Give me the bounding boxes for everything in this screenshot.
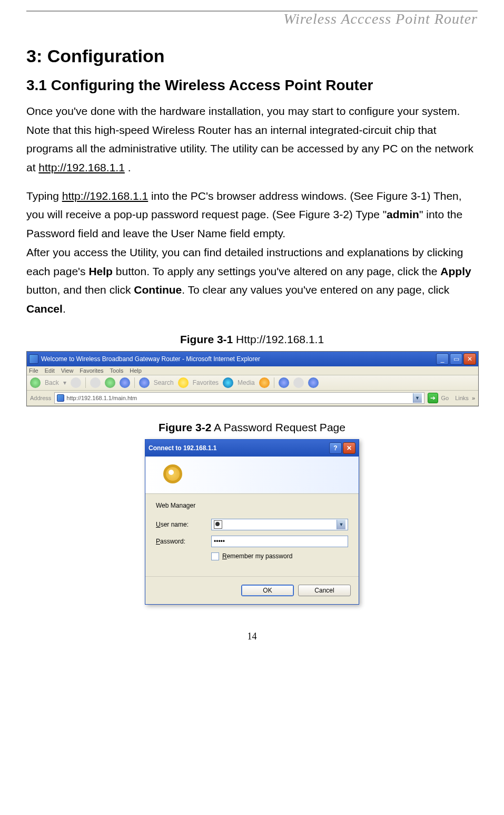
ie-addressbar: Address http://192.168.1.1/main.htm ▼ ➔ … [27,391,478,406]
running-header: Wireless Acccess Point Router [26,11,478,27]
menu-tools[interactable]: Tools [110,367,124,374]
cancel-button[interactable]: Cancel [298,585,351,596]
dialog-titlebar: Connect to 192.168.1.1 ? ✕ [145,440,359,457]
ie-menubar: File Edit View Favorites Tools Help [27,366,478,375]
address-dropdown-icon[interactable]: ▼ [413,393,422,403]
user-icon [214,520,222,529]
stop-icon[interactable] [90,377,101,388]
keys-icon [156,464,182,486]
address-label: Address [30,395,51,401]
paragraph-3: After you access the Utility, you can fi… [26,243,478,318]
chevron-down-icon[interactable]: ▼ [337,520,345,529]
realm-label: Web Manager [156,502,348,509]
paragraph-1: Once you've done with the hardware insta… [26,102,478,177]
home-icon[interactable] [120,377,130,388]
ie-toolbar: Back ▾ Search Favorites Media [27,375,478,391]
menu-file[interactable]: File [29,367,38,374]
ie-window-title: Welcome to Wireless Broadband Gateway Ro… [41,355,260,363]
media-button[interactable]: Media [238,379,255,386]
header-rule: Wireless Acccess Point Router [26,11,478,27]
menu-edit[interactable]: Edit [45,367,55,374]
url-link-2[interactable]: http://192.168.1.1 [62,190,148,202]
favorites-icon[interactable] [178,377,189,388]
username-label: UUser name:ser name: [156,521,211,528]
menu-help[interactable]: Help [130,367,142,374]
close-button[interactable]: ✕ [343,442,355,454]
dialog-title: Connect to 192.168.1.1 [149,444,216,452]
media-icon[interactable] [223,377,233,388]
ie-titlebar: Welcome to Wireless Broadband Gateway Ro… [27,352,478,366]
remember-checkbox[interactable] [211,552,219,560]
close-button[interactable]: ✕ [463,353,476,365]
ok-button[interactable]: OK [241,585,294,596]
auth-dialog: Connect to 192.168.1.1 ? ✕ Web Manager U… [145,439,359,605]
help-button[interactable]: ? [329,442,342,454]
forward-icon [71,377,81,388]
edit-icon[interactable] [308,377,319,388]
password-field[interactable]: ••••• [211,536,348,547]
username-field[interactable]: ▼ [211,519,348,530]
search-button[interactable]: Search [154,379,174,386]
history-icon[interactable] [259,377,270,388]
address-input[interactable]: http://192.168.1.1/main.htm ▼ [54,392,424,404]
remember-label[interactable]: Remember my password [222,552,292,560]
paragraph-2: Typing http://192.168.1.1 into the PC's … [26,187,478,243]
favorites-button[interactable]: Favorites [193,379,219,386]
page-number: 14 [26,631,478,642]
back-button[interactable]: Back [45,379,59,386]
chapter-heading: 3: Configuration [26,46,478,66]
figure-3-2-screenshot: Connect to 192.168.1.1 ? ✕ Web Manager U… [26,439,478,605]
figure-3-1-screenshot: Welcome to Wireless Broadband Gateway Ro… [26,351,479,406]
print-icon[interactable] [293,377,304,388]
links-label[interactable]: Links [455,395,469,401]
go-button[interactable]: Go [441,395,449,401]
page-icon [57,394,64,402]
go-button-icon[interactable]: ➔ [428,393,438,403]
refresh-icon[interactable] [105,377,115,388]
mail-icon[interactable] [279,377,289,388]
figure-3-2-caption: Figure 3-2 A Password Request Page [26,421,478,434]
figure-3-1-caption: Figure 3-1 Http://192.168.1.1 [26,333,478,346]
maximize-button[interactable]: ▭ [450,353,462,365]
ie-app-icon [29,354,38,364]
dialog-banner [145,457,359,494]
menu-view[interactable]: View [61,367,74,374]
url-link-1[interactable]: http://192.168.1.1 [38,161,124,173]
menu-favorites[interactable]: Favorites [80,367,103,374]
section-heading: 3.1 Configuring the Wireless Access Poin… [26,77,478,94]
back-icon[interactable] [30,377,41,388]
minimize-button[interactable]: _ [436,353,449,365]
search-icon[interactable] [139,377,150,388]
password-label: Password: [156,538,211,545]
